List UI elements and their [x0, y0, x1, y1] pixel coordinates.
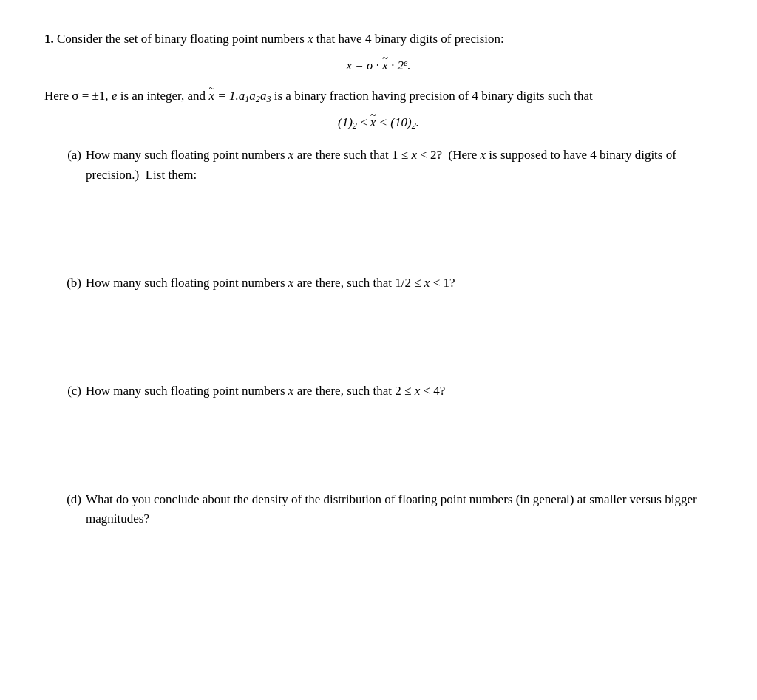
- main-equation: x = σ · x · 2e.: [44, 56, 713, 75]
- description: Here σ = ±1, e is an integer, and x = 1.…: [44, 86, 713, 106]
- part-b-label: (b): [59, 273, 81, 293]
- part-a-label: (a): [59, 146, 81, 165]
- part-d-text: What do you conclude about the density o…: [86, 490, 713, 529]
- problem-number: 1.: [44, 32, 54, 46]
- part-c-label: (c): [59, 381, 81, 401]
- part-d-label: (d): [59, 490, 81, 509]
- problem-intro: 1. Consider the set of binary floating p…: [44, 30, 713, 49]
- part-c: (c) How many such floating point numbers…: [59, 381, 713, 401]
- problem-container: 1. Consider the set of binary floating p…: [44, 30, 713, 529]
- part-a: (a) How many such floating point numbers…: [59, 146, 713, 185]
- inequality: (1)2 ≤ x < (10)2.: [44, 113, 713, 132]
- part-a-text: How many such floating point numbers x a…: [86, 146, 713, 185]
- part-b-text: How many such floating point numbers x a…: [86, 273, 455, 293]
- part-b: (b) How many such floating point numbers…: [59, 273, 713, 293]
- part-c-text: How many such floating point numbers x a…: [86, 381, 445, 401]
- part-d: (d) What do you conclude about the densi…: [59, 490, 713, 529]
